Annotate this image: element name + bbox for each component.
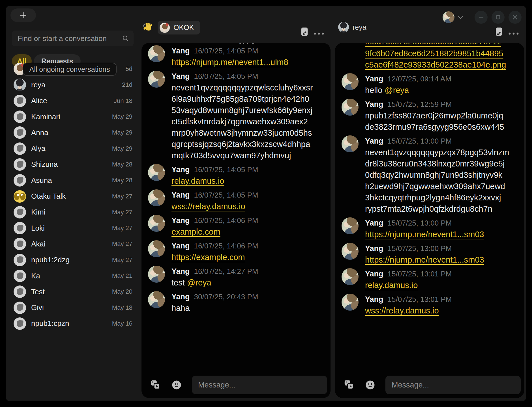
message-timestamp: 16/07/25, 14:05 PM: [194, 164, 258, 175]
contact-avatar: [14, 317, 26, 330]
conversation-date: May 27: [112, 256, 132, 264]
message-text: wss://relay.damus.io: [365, 305, 520, 316]
message: Yang15/07/25, 13:01 PMwss://relay.damus.…: [342, 294, 520, 316]
search-input[interactable]: [12, 34, 122, 43]
note-icon-right[interactable]: [495, 27, 503, 36]
conversation-list: 5dreya21dAliceJun 18KaminariMay 29AnnaMa…: [6, 61, 141, 332]
message-avatar: [342, 243, 359, 260]
message: Yang15/07/25, 13:00 PMhttps://njump.me/n…: [342, 243, 520, 265]
mention-link[interactable]: @reya: [385, 86, 409, 95]
sender-name: Yang: [171, 240, 190, 252]
contact-avatar: [14, 158, 26, 171]
message-body: Yang15/07/25, 13:00 PMhttps://njump.me/n…: [365, 217, 520, 240]
message-link[interactable]: wss://relay.damus.io: [365, 306, 439, 315]
message-link[interactable]: f8dd769c762fe83393d6f13386/7e711: [365, 43, 520, 47]
conversation-item[interactable]: KaMay 21: [6, 268, 141, 284]
message-header: Yang15/07/25, 13:00 PM: [365, 217, 520, 229]
message-input-mid[interactable]: [192, 376, 327, 394]
contact-avatar: [14, 206, 26, 218]
conversation-item[interactable]: KaminariMay 29: [6, 109, 141, 125]
more-menu-icon-mid[interactable]: [314, 32, 325, 35]
message-text-line: 53vaqyd8wumn8ghj7urewfsk66ty9enxj: [171, 105, 326, 116]
message-text-plain: hello: [365, 86, 385, 95]
contact-avatar: [14, 174, 26, 187]
conversation-item[interactable]: AliceJun 18: [6, 93, 141, 109]
media-attach-icon[interactable]: [150, 380, 161, 390]
message-text-line: nevent1qvzqqqqqqypzqwlsccluhy6xxsr: [171, 82, 326, 93]
sender-name: Yang: [171, 291, 190, 302]
message-header: Yang16/07/25, 14:05 PM: [171, 45, 326, 57]
chat-title-mid[interactable]: OKOK: [158, 21, 200, 34]
sender-name: Yang: [171, 164, 190, 175]
mention-link[interactable]: @reya: [187, 278, 211, 287]
contact-avatar: [14, 142, 26, 155]
message-link[interactable]: https://njump.me/nevent1...ulm8: [171, 58, 288, 67]
current-user-avatar[interactable]: [443, 11, 454, 23]
conversation-item[interactable]: npub1:2dzgMay 27: [6, 252, 141, 268]
sender-name: Yang: [365, 217, 383, 229]
close-button[interactable]: [509, 11, 522, 24]
clipped-message-line: de3823rmu97ra6sgyyg956e0s6xw445: [171, 43, 326, 45]
emoji-icon[interactable]: [365, 380, 375, 390]
message-text-line: dr8l3u38eru0n3438lnxqz0mr39wg9e5j: [365, 158, 520, 169]
contact-avatar: [14, 285, 26, 298]
contact-name: Kimi: [31, 208, 46, 217]
contact-name: Otaku Talk: [31, 192, 66, 201]
message-link[interactable]: relay.damus.io: [171, 176, 224, 185]
conversation-date: May 21: [112, 272, 132, 280]
message-text-line: rypst7mta2t6wpjh0qfzkdrdgu8ch7n: [365, 203, 520, 215]
chat-title-right[interactable]: reya: [338, 22, 366, 33]
conversation-date: May 27: [112, 193, 132, 200]
conversation-item[interactable]: AnnaMay 29: [6, 125, 141, 140]
message-link[interactable]: https://example.com: [171, 253, 245, 262]
message-text-line: 3hkctcqyqtrhpug2lygn4hf86eyk2xxvxj: [365, 192, 520, 203]
contact-name: Kaminari: [31, 112, 60, 121]
message-timestamp: 16/07/25, 14:06 PM: [194, 240, 258, 252]
conversation-item[interactable]: TestMay 20: [6, 284, 141, 300]
message-link[interactable]: 9fc6b07ed8ce6d251882b9851b44895: [365, 48, 520, 59]
contact-name: Alya: [31, 144, 46, 153]
message-header: Yang15/07/25, 13:00 PM: [365, 135, 520, 147]
contact-avatar: [14, 222, 26, 234]
conversation-item[interactable]: reya21d: [6, 77, 141, 93]
conversation-item[interactable]: KimiMay 27: [6, 204, 141, 220]
media-attach-icon[interactable]: [344, 380, 354, 390]
conversation-date: May 29: [112, 113, 132, 120]
chevron-down-icon[interactable]: [458, 16, 463, 19]
sender-name: Yang: [365, 73, 383, 85]
conversation-item[interactable]: AlyaMay 29: [6, 140, 141, 156]
message-body: Yang15/07/25, 13:00 PMhttps://njump.me/n…: [365, 243, 520, 265]
conversation-item[interactable]: npub1:cpznMay 16: [6, 316, 141, 332]
message-link[interactable]: relay.damus.io: [365, 281, 418, 290]
conversation-item[interactable]: AkaiMay 27: [6, 236, 141, 252]
conversation-item[interactable]: ShizunaMay 28: [6, 157, 141, 172]
message-link[interactable]: https://njump.me/nevent1...sm03: [365, 255, 484, 264]
note-icon-mid[interactable]: [301, 27, 308, 36]
contact-name: Loki: [31, 224, 45, 233]
message-link[interactable]: example.com: [171, 227, 220, 236]
message-body: Yang16/07/25, 14:05 PMnevent1qvzqqqqqqyp…: [171, 71, 326, 161]
maximize-button[interactable]: [492, 11, 505, 24]
message-text: relay.damus.io: [171, 175, 326, 187]
conversation-item[interactable]: GiviMay 18: [6, 300, 141, 315]
conversation-item[interactable]: AsunaMay 28: [6, 172, 141, 188]
emoji-icon[interactable]: [171, 380, 182, 390]
contact-name: Alice: [31, 96, 47, 105]
message-body: Yang16/07/25, 14:27 PMtest @reya: [171, 266, 326, 288]
message-body: Yang16/07/25, 14:06 PMhttps://example.co…: [171, 240, 326, 263]
message-link[interactable]: https://njump.me/nevent1...sm03: [365, 230, 484, 239]
clipped-link-message[interactable]: f8dd769c762fe83393d6f13386/7e7119fc6b07e…: [365, 43, 520, 70]
message-link[interactable]: wss://relay.damus.io: [171, 202, 245, 211]
message-body: Yang15/07/25, 13:00 PMnevent1qvzqqqqqqyp…: [365, 135, 520, 215]
minimize-button[interactable]: [475, 11, 488, 24]
message-input-right[interactable]: [385, 376, 521, 394]
message-link[interactable]: c5ae6f482e93933d502238ae104e.png: [365, 59, 520, 70]
conversation-item[interactable]: Otaku TalkMay 27: [6, 188, 141, 204]
message: Yang16/07/25, 14:05 PMhttps://njump.me/n…: [148, 45, 326, 68]
conversation-item[interactable]: LokiMay 27: [6, 220, 141, 236]
new-conversation-button[interactable]: [10, 8, 36, 22]
message-timestamp: 15/07/25, 13:00 PM: [388, 217, 452, 229]
message-body: Yang16/07/25, 14:05 PMwss://relay.damus.…: [171, 189, 326, 212]
message-text-line: mqtk703d5vvqu7wam97yhdmvuj: [171, 150, 326, 161]
more-menu-icon-right[interactable]: [508, 32, 520, 35]
